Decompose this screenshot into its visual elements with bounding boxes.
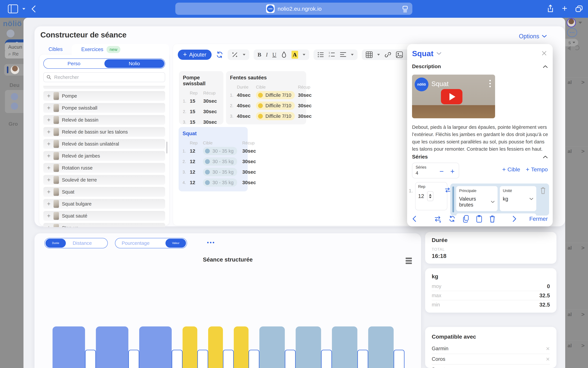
unite-select[interactable]: Unité kg — [500, 186, 536, 211]
image-icon[interactable] — [396, 51, 403, 58]
remove-icon[interactable] — [546, 356, 550, 362]
clipboard-icon[interactable] — [476, 215, 482, 223]
target-pill[interactable]: 30 - 35 kg — [203, 168, 237, 176]
exercise-item[interactable]: +Squat — [43, 187, 165, 197]
next-exercise-icon[interactable] — [512, 216, 517, 222]
add-exercise-icon[interactable]: + — [46, 176, 52, 183]
add-button[interactable]: +Ajouter — [178, 50, 212, 60]
decrement-button[interactable]: − — [439, 167, 444, 175]
new-tab-icon[interactable]: + — [562, 4, 567, 13]
add-exercise-icon[interactable]: + — [46, 104, 52, 111]
exercise-item-partial[interactable] — [43, 86, 165, 89]
underline-icon[interactable]: U — [272, 52, 276, 58]
chevron-down-icon[interactable] — [22, 8, 25, 10]
scrollbar-thumb[interactable] — [166, 142, 168, 153]
exercise-card-fentes-sautees[interactable]: Fentes sautées DuréeCibleRécup 1.40secDi… — [226, 71, 306, 124]
chevron-down-icon[interactable] — [243, 54, 245, 55]
add-exercise-icon[interactable]: + — [46, 92, 52, 99]
options-button[interactable]: Options — [519, 33, 547, 40]
replace-ai-icon[interactable] — [434, 215, 442, 223]
set-row[interactable]: 2.1230 - 35 kg30sec — [183, 156, 244, 167]
exercise-item[interactable]: +Squat sauté — [43, 211, 165, 221]
toggle-valeur[interactable]: Valeur — [165, 239, 186, 248]
link-icon[interactable] — [384, 51, 391, 58]
reader-icon[interactable] — [402, 6, 408, 12]
rep-stepper[interactable] — [427, 191, 433, 201]
chevron-down-icon[interactable] — [351, 54, 354, 55]
close-modal-button[interactable]: Fermer — [529, 216, 548, 222]
tab-cibles[interactable]: Cibles — [39, 44, 72, 55]
principale-select[interactable]: Principale Valeurs brutes — [456, 186, 498, 211]
set-row[interactable]: 3.1230 - 35 kg30sec — [183, 167, 244, 177]
toggle-nolio[interactable]: Nolio — [104, 59, 164, 68]
chart-menu-icon[interactable] — [406, 258, 412, 264]
exercise-item[interactable]: +Step-up — [43, 223, 165, 227]
series-section-header[interactable]: Séries — [412, 154, 548, 160]
add-exercise-icon[interactable]: + — [46, 188, 52, 195]
target-pill[interactable]: Difficile 7/10 — [256, 101, 295, 110]
exercise-item[interactable]: +Relevé de bassin sur les talons — [43, 127, 165, 137]
exercise-item[interactable]: +Squat bulgare — [43, 199, 165, 209]
exercise-item[interactable]: +Pompe — [43, 91, 165, 101]
exercise-card-squat-selected[interactable]: Squat RepCibleRécup 1.1230 - 35 kg30sec2… — [178, 127, 248, 191]
set-row[interactable]: 1.1230 - 35 kg30sec — [183, 146, 244, 156]
trash-icon[interactable] — [489, 215, 495, 223]
exercise-search[interactable] — [43, 72, 165, 82]
back-icon[interactable] — [32, 5, 39, 12]
bold-icon[interactable]: B — [258, 52, 261, 58]
set-row[interactable]: 2.40secDifficile 7/1030sec — [230, 100, 303, 111]
set-row[interactable]: 1.1530sec — [183, 96, 220, 106]
exercise-item[interactable]: +Relevé de bassin unilatéral — [43, 139, 165, 149]
tabs-icon[interactable] — [575, 5, 583, 12]
table-icon[interactable] — [366, 51, 373, 58]
exercise-item[interactable]: +Relevé de bassin — [43, 115, 165, 125]
clear-format-icon[interactable] — [281, 51, 287, 58]
refresh-icon[interactable] — [448, 215, 456, 222]
add-exercise-icon[interactable]: + — [46, 117, 52, 123]
chevron-down-icon[interactable] — [377, 54, 380, 55]
trash-icon[interactable] — [540, 187, 546, 211]
align-icon[interactable] — [340, 52, 346, 57]
numbered-list-icon[interactable]: 12 — [329, 52, 335, 58]
bullet-list-icon[interactable] — [318, 52, 324, 58]
sidebar-toggle-icon[interactable] — [8, 4, 18, 13]
chevron-down-icon[interactable] — [437, 52, 441, 55]
remove-icon[interactable] — [546, 346, 550, 351]
add-exercise-icon[interactable]: + — [46, 165, 52, 171]
italic-icon[interactable]: I — [266, 52, 268, 58]
target-pill[interactable]: Difficile 7/10 — [256, 112, 295, 120]
chevron-down-icon[interactable] — [303, 54, 305, 55]
exercise-item[interactable]: +Rotation russe — [43, 163, 165, 173]
add-exercise-icon[interactable]: + — [46, 224, 52, 227]
sync-icon[interactable] — [216, 51, 223, 58]
text-color-icon[interactable]: A — [292, 51, 298, 59]
add-cible-button[interactable]: +Cible — [502, 166, 520, 173]
set-row[interactable]: 3.40secDifficile 7/1030sec — [230, 111, 303, 121]
increment-button[interactable]: + — [450, 167, 454, 175]
exercise-item[interactable]: +Soulevé de terre — [43, 175, 165, 185]
toggle-perso[interactable]: Perso — [44, 59, 104, 68]
remove-icon[interactable] — [546, 367, 550, 368]
search-input[interactable] — [54, 74, 162, 80]
toggle-duree[interactable]: Durée — [45, 239, 66, 248]
add-exercise-icon[interactable]: + — [46, 129, 52, 135]
add-tempo-button[interactable]: +Tempo — [526, 166, 548, 173]
toggle-distance[interactable]: Distance — [66, 240, 98, 246]
exercise-card-pompe-swissball[interactable]: Pompe swissball RepRécup 1.1530sec2.1530… — [179, 71, 223, 124]
prev-exercise-icon[interactable] — [412, 216, 416, 222]
set-row[interactable]: 4.1230 - 35 kg30sec — [183, 177, 244, 188]
tab-exercices[interactable]: Exercices new — [72, 44, 169, 55]
set-row[interactable]: 1.40secDifficile 7/1030sec — [230, 90, 303, 100]
exercise-item[interactable]: +Pompe swissball — [43, 103, 165, 113]
share-icon[interactable] — [547, 5, 554, 13]
close-icon[interactable] — [541, 50, 547, 56]
youtube-play-button[interactable] — [441, 89, 463, 104]
target-pill[interactable]: 30 - 35 kg — [203, 178, 237, 187]
add-exercise-icon[interactable]: + — [46, 201, 52, 207]
set-row[interactable]: 2.1530sec — [183, 106, 220, 117]
set-row[interactable]: 3.1530sec — [183, 117, 220, 127]
video-menu-icon[interactable] — [489, 80, 491, 87]
add-exercise-icon[interactable]: + — [46, 152, 52, 159]
address-bar[interactable]: nöliö nolio2.eu.ngrok.io — [175, 3, 412, 15]
description-section-header[interactable]: Description — [412, 64, 548, 70]
